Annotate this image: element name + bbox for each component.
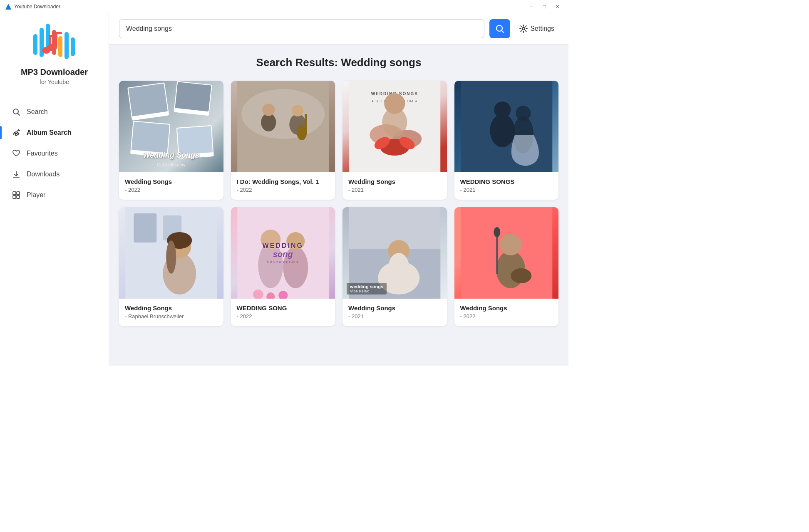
svg-point-81 xyxy=(500,234,521,255)
album-card-6[interactable]: wedding songs Vibe Relax Wedding Songs -… xyxy=(342,207,447,326)
sidebar-label-downloads: Downloads xyxy=(27,171,60,178)
album-thumb-6: wedding songs Vibe Relax xyxy=(342,207,447,299)
svg-rect-59 xyxy=(134,213,156,242)
album-title-7: Wedding Songs xyxy=(460,304,553,312)
close-button[interactable]: ✕ xyxy=(552,2,563,11)
svg-rect-22 xyxy=(17,195,20,198)
album-search-icon xyxy=(12,128,21,137)
svg-rect-27 xyxy=(128,83,168,116)
album-info-7: Wedding Songs - 2022 xyxy=(454,299,559,326)
album-card-2[interactable]: WEDDING SONGS ♦ SELEEM ♦ SELOM ♦ xyxy=(342,81,447,200)
svg-point-57 xyxy=(516,106,531,121)
album-title-3: WEDDING SONGS xyxy=(460,178,553,185)
svg-line-24 xyxy=(502,31,504,33)
album-meta-2: - 2021 xyxy=(348,187,441,193)
album-meta-5: - 2022 xyxy=(237,313,330,319)
album-card-3[interactable]: WEDDING SONGS - 2021 xyxy=(454,81,559,200)
app-name: MP3 Downloader xyxy=(21,67,88,77)
svg-point-25 xyxy=(522,27,525,30)
sidebar-label-album-search: Album Search xyxy=(27,129,72,136)
svg-rect-29 xyxy=(175,82,211,111)
settings-icon xyxy=(519,25,528,33)
album-meta-0: - 2022 xyxy=(125,187,218,193)
album-thumb-3 xyxy=(454,81,559,172)
album-info-2: Wedding Songs - 2021 xyxy=(342,172,447,200)
sidebar-item-album-search[interactable]: Album Search xyxy=(4,123,104,143)
search-bar-row: Settings xyxy=(109,13,568,45)
svg-rect-10 xyxy=(55,32,62,34)
svg-point-35 xyxy=(241,89,325,139)
album-info-6: Wedding Songs - 2021 xyxy=(342,299,447,326)
cover-1-text: Wedding Songs xyxy=(143,151,199,160)
svg-rect-41 xyxy=(305,114,307,135)
maximize-button[interactable]: □ xyxy=(539,2,550,11)
results-area: Search Results: Wedding songs xyxy=(109,45,568,366)
album-thumb-1 xyxy=(231,81,335,172)
svg-rect-82 xyxy=(496,232,498,274)
album-info-5: WEDDING SONG - 2022 xyxy=(231,299,335,326)
heart-icon xyxy=(12,149,21,158)
svg-rect-33 xyxy=(177,126,213,154)
svg-line-18 xyxy=(19,130,20,131)
titlebar: Youtube Downloader ─ □ ✕ xyxy=(0,0,568,13)
album-info-1: I Do: Wedding Songs, Vol. 1 - 2022 xyxy=(231,172,335,200)
svg-rect-19 xyxy=(13,192,16,195)
album-card-5[interactable]: WEDDING song SASHA BELAIR WEDDING SONG -… xyxy=(231,207,335,326)
album-thumb-7 xyxy=(454,207,559,299)
svg-point-84 xyxy=(511,268,531,283)
settings-button[interactable]: Settings xyxy=(515,21,558,36)
search-icon xyxy=(12,107,21,116)
app-icon xyxy=(5,3,12,10)
album-meta-4: - Raphael Brunschweiler xyxy=(125,313,218,319)
svg-point-37 xyxy=(262,104,275,116)
album-title-5: WEDDING SONG xyxy=(237,304,330,312)
svg-rect-21 xyxy=(13,195,16,198)
album-title-4: Wedding Songs xyxy=(125,304,218,312)
sidebar: MP3 Downloader for Youtube Search xyxy=(0,13,109,366)
album-title-1: I Do: Wedding Songs, Vol. 1 xyxy=(237,178,330,185)
album-info-0: Wedding Songs - 2022 xyxy=(119,172,223,200)
app-body: MP3 Downloader for Youtube Search xyxy=(0,13,568,366)
album-card-4[interactable]: Wedding Songs - Raphael Brunschweiler xyxy=(119,207,223,326)
player-icon xyxy=(12,191,21,200)
svg-rect-20 xyxy=(17,192,20,195)
svg-rect-8 xyxy=(55,32,57,48)
sidebar-item-player[interactable]: Player xyxy=(4,185,104,205)
minimize-button[interactable]: ─ xyxy=(525,2,537,11)
sidebar-item-search[interactable]: Search xyxy=(4,102,104,122)
svg-rect-31 xyxy=(132,121,170,153)
album-meta-7: - 2022 xyxy=(460,313,553,319)
titlebar-title: Youtube Downloader xyxy=(14,4,525,10)
sidebar-item-downloads[interactable]: Downloads xyxy=(4,164,104,184)
album-card-7[interactable]: Wedding Songs - 2022 xyxy=(454,207,559,326)
svg-point-39 xyxy=(292,105,303,116)
album-info-3: WEDDING SONGS - 2021 xyxy=(454,172,559,200)
album-info-4: Wedding Songs - Raphael Brunschweiler xyxy=(119,299,223,326)
svg-rect-11 xyxy=(49,35,55,37)
sidebar-item-favourites[interactable]: Favourites xyxy=(4,144,104,163)
search-input[interactable] xyxy=(119,19,484,38)
album-title-2: Wedding Songs xyxy=(348,178,441,185)
album-meta-6: - 2021 xyxy=(348,313,441,319)
app-subtitle: for Youtube xyxy=(40,79,69,85)
search-button[interactable] xyxy=(489,19,510,38)
album-title-6: Wedding Songs xyxy=(348,304,441,312)
svg-rect-1 xyxy=(33,34,37,55)
settings-label: Settings xyxy=(530,25,554,32)
album-meta-1: - 2022 xyxy=(237,187,330,193)
app-logo xyxy=(29,22,79,63)
album-thumb-0: Wedding Songs Caleb Beachy xyxy=(119,81,223,172)
search-input-wrap xyxy=(119,19,484,38)
album-thumb-4 xyxy=(119,207,223,299)
album-card-1[interactable]: I Do: Wedding Songs, Vol. 1 - 2022 xyxy=(231,81,335,200)
svg-point-64 xyxy=(166,240,176,274)
logo-area: MP3 Downloader for Youtube xyxy=(21,22,88,85)
svg-marker-0 xyxy=(5,4,11,10)
svg-point-77 xyxy=(388,253,409,282)
svg-point-83 xyxy=(494,227,500,237)
sidebar-label-player: Player xyxy=(27,191,45,199)
results-title: Search Results: Wedding songs xyxy=(119,56,558,69)
album-card-0[interactable]: Wedding Songs Caleb Beachy Wedding Songs… xyxy=(119,81,223,200)
nav-menu: Search Album Search xyxy=(0,102,109,206)
svg-rect-5 xyxy=(58,36,62,57)
